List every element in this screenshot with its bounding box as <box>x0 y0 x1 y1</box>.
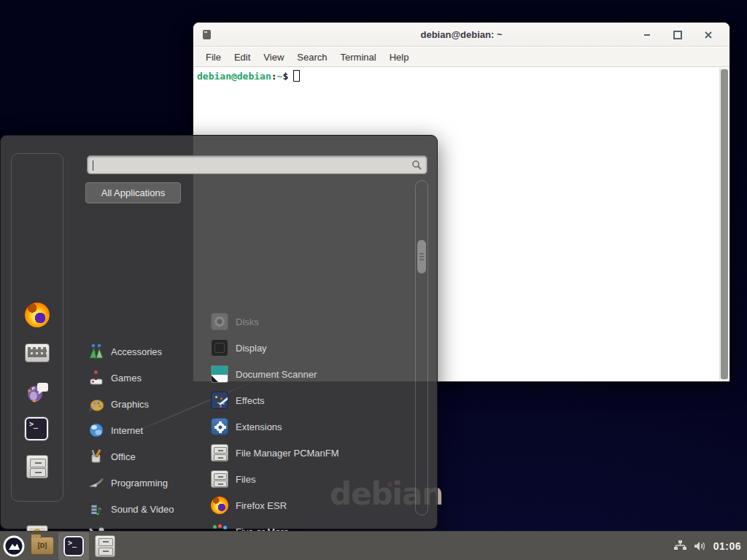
close-icon[interactable] <box>702 28 715 42</box>
games-icon <box>88 370 104 386</box>
firefox-icon <box>25 303 50 327</box>
category-accessories[interactable]: Accessories <box>88 341 162 362</box>
volume-icon[interactable] <box>694 540 707 552</box>
search-input[interactable] <box>92 158 406 172</box>
file-cabinet-icon <box>211 444 228 462</box>
file-cabinet-icon <box>211 470 228 488</box>
app-label: Document Scanner <box>236 369 317 380</box>
app-item-firefox-esr[interactable]: Firefox ESR <box>211 492 287 518</box>
file-manager-icon <box>26 455 48 478</box>
app-label: Display <box>236 343 267 354</box>
firefox-icon <box>211 497 228 514</box>
menu-search[interactable]: Search <box>290 49 333 66</box>
graphics-icon <box>88 396 104 412</box>
terminal-scrollbar-track[interactable] <box>719 68 729 381</box>
app-item-disks[interactable]: Disks <box>211 308 259 335</box>
sound-video-icon: ♪ <box>88 501 104 517</box>
category-sound-video[interactable]: ♪ Sound & Video <box>88 499 174 519</box>
app-label: Files <box>236 474 255 485</box>
minimize-icon[interactable] <box>640 28 654 42</box>
terminal-menubar: File Edit View Search Terminal Help <box>193 47 729 67</box>
category-label: Games <box>111 373 142 384</box>
app-item-display[interactable]: Display <box>211 335 267 361</box>
menu-icon <box>3 535 25 557</box>
taskbar: [D] 01:06 <box>0 531 747 560</box>
menu-search-box[interactable] <box>87 155 427 174</box>
terminal-titlebar[interactable]: debian@debian: ~ <box>193 23 729 47</box>
maximize-icon[interactable] <box>671 28 684 42</box>
favorite-file-manager-button[interactable] <box>25 454 50 479</box>
menu-scrollbar-thumb[interactable] <box>417 240 426 273</box>
terminal-scrollbar-thumb[interactable] <box>721 69 728 379</box>
folder-icon: [D] <box>31 537 54 555</box>
app-label: Effects <box>236 395 265 406</box>
disks-icon <box>211 313 228 330</box>
menu-scrollbar-track[interactable] <box>415 180 428 516</box>
programming-icon <box>88 475 104 491</box>
app-label: File Manager PCManFM <box>236 448 339 459</box>
menu-help[interactable]: Help <box>383 49 416 66</box>
favorites-rail <box>11 153 63 502</box>
extensions-icon <box>211 418 228 435</box>
folder-launcher[interactable]: [D] <box>28 532 57 560</box>
category-label: Internet <box>111 425 143 436</box>
shell-prompt: debian@debian:~$ <box>197 70 300 82</box>
applications-menu: All Applications Accessories Games Graph… <box>0 135 438 529</box>
category-programming[interactable]: Programming <box>88 472 168 493</box>
favorite-pidgin-button[interactable] <box>25 378 50 403</box>
menu-view[interactable]: View <box>257 49 290 66</box>
office-icon <box>88 448 104 464</box>
display-icon <box>211 339 228 357</box>
category-label: Programming <box>111 478 168 489</box>
category-graphics[interactable]: Graphics <box>88 394 149 414</box>
app-item-effects[interactable]: Effects <box>211 387 265 413</box>
app-label: Disks <box>236 316 259 327</box>
search-caret <box>93 160 93 171</box>
file-manager-icon <box>95 535 115 557</box>
accessories-icon <box>88 343 104 359</box>
search-icon <box>411 160 422 170</box>
favorite-firefox-button[interactable] <box>25 303 50 327</box>
effects-icon <box>211 392 228 409</box>
terminal-icon <box>63 536 84 556</box>
prompt-user-host: debian@debian <box>197 71 271 82</box>
app-item-file-manager-pcmanfm[interactable]: File Manager PCManFM <box>211 440 339 466</box>
app-item-document-scanner[interactable]: Document Scanner <box>211 361 317 387</box>
category-label: Accessories <box>111 346 162 357</box>
pidgin-icon <box>25 378 50 403</box>
category-label: Graphics <box>111 399 149 410</box>
app-label: Extensions <box>236 421 282 432</box>
document-scanner-icon <box>211 365 228 383</box>
internet-icon <box>88 422 104 438</box>
category-office[interactable]: Office <box>88 446 136 467</box>
category-all-applications[interactable]: All Applications <box>85 182 181 203</box>
folder-badge: [D] <box>31 542 53 549</box>
window-icon <box>203 30 211 39</box>
terminal-icon <box>25 417 48 440</box>
app-label: Firefox ESR <box>236 500 287 511</box>
category-label: Sound & Video <box>111 504 174 515</box>
desktop: debian debian@debian: ~ File Edit View S… <box>0 0 747 560</box>
terminal-cursor <box>293 70 300 82</box>
category-label: Office <box>111 451 136 462</box>
category-internet[interactable]: Internet <box>88 420 143 440</box>
terminal-window-button[interactable] <box>58 532 89 560</box>
app-item-files[interactable]: Files <box>211 466 255 492</box>
menu-file[interactable]: File <box>199 49 228 66</box>
menu-edit[interactable]: Edit <box>228 49 257 66</box>
svg-text:♪: ♪ <box>96 505 102 517</box>
network-icon[interactable] <box>673 540 687 553</box>
favorite-terminal-button[interactable] <box>25 416 50 441</box>
category-games[interactable]: Games <box>88 368 142 388</box>
keyboard-icon <box>25 343 50 362</box>
clock[interactable]: 01:06 <box>713 540 741 552</box>
app-item-extensions[interactable]: Extensions <box>211 413 282 440</box>
favorite-keyboard-app-button[interactable] <box>25 341 50 365</box>
file-manager-launcher[interactable] <box>90 532 120 560</box>
menu-terminal[interactable]: Terminal <box>334 49 383 66</box>
menu-button[interactable] <box>0 532 28 560</box>
